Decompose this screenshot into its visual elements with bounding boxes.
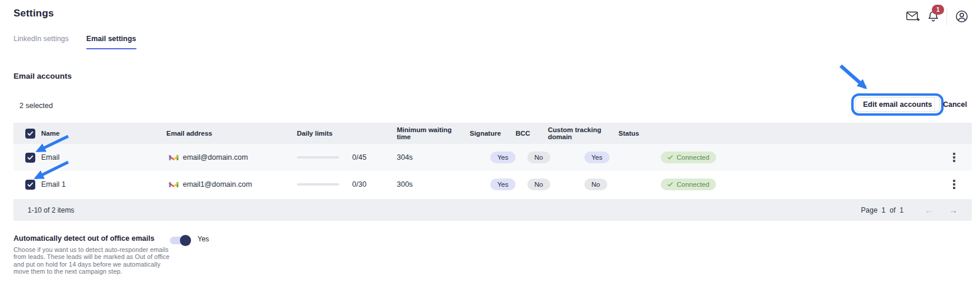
signature-badge: Yes xyxy=(490,152,516,163)
topbar-icons: 1 xyxy=(903,6,972,27)
notification-badge: 1 xyxy=(932,5,944,15)
signature-badge: Yes xyxy=(490,179,516,190)
profile-button[interactable] xyxy=(952,6,972,26)
daily-limit-value: 0/45 xyxy=(352,153,366,161)
bcc-badge: No xyxy=(527,152,550,163)
annotation-arrow-row2-checkbox xyxy=(27,159,75,184)
custom-tracking-badge: Yes xyxy=(584,152,610,163)
custom-tracking-badge: No xyxy=(584,179,607,190)
tab-email-settings[interactable]: Email settings xyxy=(86,35,136,49)
email-accounts-table: Name Email address Daily limits Minimum … xyxy=(14,123,972,221)
row-actions-menu-button[interactable] xyxy=(951,177,958,191)
ooo-toggle[interactable] xyxy=(170,237,190,244)
selected-count: 2 selected xyxy=(19,102,53,110)
pagination-bar: 1-10 of 2 items Page1of1 ← → xyxy=(14,199,972,221)
topbar-divider xyxy=(946,8,947,25)
col-header-status: Status xyxy=(618,130,936,137)
edit-email-accounts-button[interactable]: Edit email accounts xyxy=(855,97,940,112)
cancel-button[interactable]: Cancel xyxy=(943,100,967,109)
col-header-daily-limits: Daily limits xyxy=(297,130,397,137)
account-email: email1@domain.com xyxy=(183,180,252,189)
section-heading: Email accounts xyxy=(14,72,72,80)
current-page-number: 1 xyxy=(882,206,886,214)
ooo-description: Choose if you want us to detect auto-res… xyxy=(14,246,169,275)
col-header-custom-tracking-domain: Custom tracking domain xyxy=(548,126,618,140)
table-row[interactable]: Email 1 email1@domain.com 0/30 300s Yes xyxy=(14,171,972,198)
items-count-text: 1-10 of 2 items xyxy=(14,206,74,214)
annotation-arrow-row1-checkbox xyxy=(28,133,75,159)
row-actions-menu-button[interactable] xyxy=(951,150,958,164)
notifications-button[interactable]: 1 xyxy=(923,6,943,26)
new-email-button[interactable] xyxy=(903,6,923,26)
status-badge: Connected xyxy=(661,179,716,190)
col-header-email-address: Email address xyxy=(166,130,297,137)
bcc-badge: No xyxy=(527,179,550,190)
table-header-row: Name Email address Daily limits Minimum … xyxy=(14,123,972,144)
annotation-arrow-edit-button xyxy=(835,61,878,97)
daily-limit-value: 0/30 xyxy=(352,180,366,189)
tab-linkedin-settings[interactable]: LinkedIn settings xyxy=(14,35,69,49)
min-waiting-time-value: 304s xyxy=(397,153,463,161)
toggle-knob xyxy=(180,235,191,246)
user-icon xyxy=(955,9,969,23)
col-header-min-waiting-time: Minimum waiting time xyxy=(397,126,463,140)
table-body: Email email@domain.com 0/45 304s Yes xyxy=(14,144,972,198)
min-waiting-time-value: 300s xyxy=(397,180,463,189)
mail-plus-icon xyxy=(906,11,920,22)
daily-limit-progress-bar xyxy=(297,183,339,186)
next-page-arrow-icon[interactable]: → xyxy=(949,206,958,214)
col-header-bcc: BCC xyxy=(516,130,548,137)
check-icon xyxy=(667,155,673,160)
col-header-signature: Signature xyxy=(463,130,516,137)
total-pages: 1 xyxy=(899,206,904,214)
check-icon xyxy=(667,182,673,187)
daily-limit-progress-bar xyxy=(297,156,339,159)
toolbar-divider xyxy=(934,96,935,112)
ooo-setting-label: Automatically detect out of office email… xyxy=(14,234,155,243)
settings-tabs: LinkedIn settings Email settings xyxy=(14,35,136,49)
gmail-icon xyxy=(169,181,179,189)
page-title: Settings xyxy=(14,8,54,19)
page-info: Page1of1 xyxy=(861,206,904,214)
status-badge: Connected xyxy=(661,152,716,163)
previous-page-arrow-icon[interactable]: ← xyxy=(925,206,934,214)
gmail-icon xyxy=(169,154,179,161)
table-row[interactable]: Email email@domain.com 0/45 304s Yes xyxy=(14,144,972,171)
account-email: email@domain.com xyxy=(183,153,248,161)
ooo-toggle-state: Yes xyxy=(198,235,209,243)
